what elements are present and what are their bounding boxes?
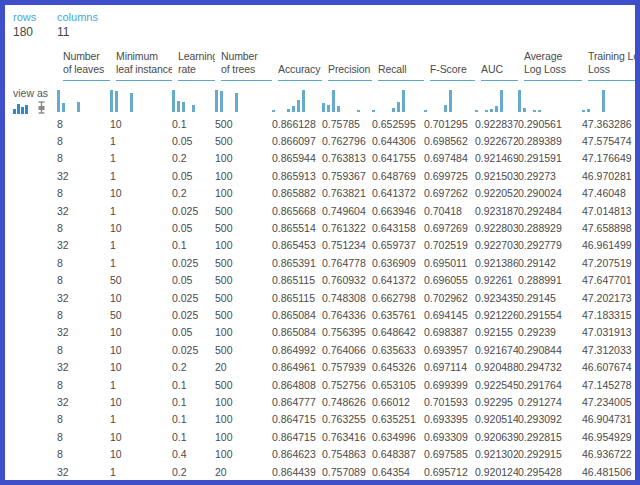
cell-recall: 0.659737 — [372, 239, 424, 251]
histogram-row: view as — [5, 83, 635, 115]
table-row: 32100.11000.8647770.7486260.660120.70159… — [5, 393, 635, 410]
cell-min-leaf: 10 — [110, 222, 172, 234]
cell-auc: 0.922803 — [475, 222, 518, 234]
cell-trees: 100 — [215, 396, 272, 408]
cell-recall: 0.641755 — [372, 152, 424, 164]
histogram-precision[interactable] — [322, 89, 372, 115]
histogram-learning-rate[interactable] — [172, 89, 215, 115]
cell-min-leaf: 50 — [110, 309, 172, 321]
cell-learning-rate: 0.025 — [172, 257, 215, 269]
cell-min-leaf: 1 — [110, 152, 172, 164]
cell-trees: 500 — [215, 222, 272, 234]
cell-train-log-loss: 47.145278 — [582, 379, 635, 391]
cell-auc: 0.922545 — [475, 379, 518, 391]
histogram-fscore[interactable] — [424, 89, 475, 115]
cell-auc: 0.923187 — [475, 205, 518, 217]
boxplot-view-icon[interactable] — [37, 101, 46, 114]
cell-min-leaf: 1 — [110, 205, 172, 217]
cell-leaves: 32 — [57, 170, 110, 182]
table-row: 3210.11000.8654530.7512340.6597370.70251… — [5, 237, 635, 254]
cell-recall: 0.648387 — [372, 448, 424, 460]
cell-trees: 100 — [215, 413, 272, 425]
cell-trees: 20 — [215, 361, 272, 373]
cell-precision: 0.761322 — [322, 222, 372, 234]
column-header-auc[interactable]: AUC — [481, 63, 518, 81]
cell-accuracy: 0.865084 — [272, 309, 322, 321]
cell-avg-log-loss: 0.29273 — [518, 170, 582, 182]
histogram-min-leaf[interactable] — [110, 89, 172, 115]
cell-recall: 0.652595 — [372, 118, 424, 130]
cell-avg-log-loss: 0.292815 — [518, 431, 582, 443]
cell-precision: 0.759367 — [322, 170, 372, 182]
column-header-avg-log-loss[interactable]: AverageLog Loss — [524, 50, 582, 81]
columns-value: 11 — [57, 25, 98, 40]
cell-fscore: 0.697262 — [424, 187, 475, 199]
cell-trees: 100 — [215, 448, 272, 460]
cell-trees: 100 — [215, 170, 272, 182]
cell-auc: 0.920639 — [475, 431, 518, 443]
view-as-control: view as — [5, 87, 57, 115]
histogram-recall[interactable] — [372, 89, 424, 115]
cell-accuracy: 0.865913 — [272, 170, 322, 182]
table-row: 8100.0255000.8649920.7640660.6356330.693… — [5, 341, 635, 358]
column-header-precision[interactable]: Precision — [328, 63, 372, 81]
table-body: 8100.15000.8661280.757850.6525950.701295… — [5, 115, 635, 480]
cell-learning-rate: 0.05 — [172, 170, 215, 182]
cell-learning-rate: 0.05 — [172, 274, 215, 286]
cell-trees: 100 — [215, 431, 272, 443]
cell-precision: 0.763813 — [322, 152, 372, 164]
cell-auc: 0.921469 — [475, 152, 518, 164]
cell-recall: 0.64354 — [372, 466, 424, 478]
cell-auc: 0.922703 — [475, 239, 518, 251]
cell-learning-rate: 0.4 — [172, 448, 215, 460]
cell-avg-log-loss: 0.291274 — [518, 396, 582, 408]
cell-leaves: 8 — [57, 118, 110, 130]
table-row: 3210.2200.8644390.7570890.643540.6957120… — [5, 463, 635, 480]
column-header-learning-rate[interactable]: Learningrate — [178, 50, 215, 81]
cell-accuracy: 0.865668 — [272, 205, 322, 217]
table-row: 8500.055000.8651150.7609320.6413720.6960… — [5, 272, 635, 289]
column-header-fscore[interactable]: F-Score — [430, 63, 475, 81]
cell-accuracy: 0.865084 — [272, 326, 322, 338]
table-row: 8100.055000.8655140.7613220.6431580.6972… — [5, 219, 635, 236]
dataset-visualization-panel: rows 180 columns 11 Numberof leavesMinim… — [0, 0, 640, 485]
cell-learning-rate: 0.1 — [172, 118, 215, 130]
cell-accuracy: 0.866128 — [272, 118, 322, 130]
cell-fscore: 0.694145 — [424, 309, 475, 321]
cell-train-log-loss: 47.176649 — [582, 152, 635, 164]
cell-min-leaf: 1 — [110, 170, 172, 182]
histogram-avg-log-loss[interactable] — [518, 89, 582, 115]
column-header-train-log-loss[interactable]: Training LogLoss — [588, 50, 635, 81]
cell-fscore: 0.701295 — [424, 118, 475, 130]
cell-learning-rate: 0.1 — [172, 239, 215, 251]
cell-min-leaf: 10 — [110, 431, 172, 443]
histogram-leaves[interactable] — [57, 89, 110, 115]
cell-recall: 0.648769 — [372, 170, 424, 182]
histogram-trees[interactable] — [215, 89, 272, 115]
column-header-trees[interactable]: Numberof trees — [221, 50, 272, 81]
histogram-train-log-loss[interactable] — [582, 89, 635, 115]
cell-precision: 0.748626 — [322, 396, 372, 408]
column-header-leaves[interactable]: Numberof leaves — [63, 50, 110, 81]
cell-fscore: 0.702519 — [424, 239, 475, 251]
column-header-recall[interactable]: Recall — [378, 63, 424, 81]
cell-train-log-loss: 47.207519 — [582, 257, 635, 269]
cell-avg-log-loss: 0.294732 — [518, 361, 582, 373]
cell-min-leaf: 10 — [110, 344, 172, 356]
column-header-min-leaf[interactable]: Minimumleaf instances — [116, 50, 172, 81]
cell-train-log-loss: 46.936722 — [582, 448, 635, 460]
cell-trees: 500 — [215, 309, 272, 321]
histogram-view-icon[interactable] — [13, 102, 30, 114]
cell-leaves: 8 — [57, 152, 110, 164]
cell-leaves: 8 — [57, 309, 110, 321]
cell-fscore: 0.699399 — [424, 379, 475, 391]
cell-leaves: 8 — [57, 257, 110, 269]
cell-auc: 0.920124 — [475, 466, 518, 478]
cell-auc: 0.92155 — [475, 326, 518, 338]
cell-auc: 0.921674 — [475, 344, 518, 356]
cell-recall: 0.663946 — [372, 205, 424, 217]
histogram-auc[interactable] — [475, 89, 518, 115]
cell-fscore: 0.702962 — [424, 292, 475, 304]
histogram-accuracy[interactable] — [272, 89, 322, 115]
column-header-accuracy[interactable]: Accuracy — [278, 63, 322, 81]
